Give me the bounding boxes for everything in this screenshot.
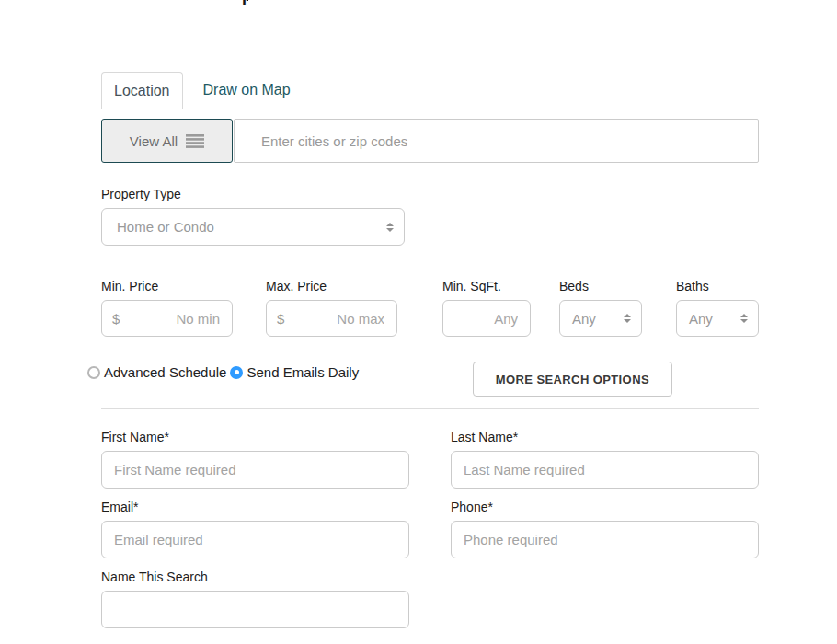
baths-value: Any — [689, 311, 713, 327]
filter-row: Min. Price $ Max. Price $ Min. SqFt. Bed… — [101, 280, 759, 337]
email-schedule-radio-group: Advanced Schedule Send Emails Daily — [87, 364, 359, 380]
max-price-input[interactable] — [266, 300, 397, 337]
email-input[interactable] — [101, 521, 409, 558]
name-search-row: Name This Search — [101, 570, 759, 628]
name-this-search-field: Name This Search — [101, 570, 409, 628]
phone-field: Phone* — [451, 500, 759, 558]
name-this-search-label: Name This Search — [101, 570, 409, 584]
tab-bar: Location Draw on Map — [101, 72, 759, 109]
property-type-value: Home or Condo — [117, 219, 214, 235]
max-price-label: Max. Price — [266, 280, 397, 293]
last-name-input[interactable] — [451, 451, 759, 489]
radio-send-emails-daily[interactable]: Send Emails Daily — [230, 364, 359, 380]
baths-field: Baths Any — [676, 280, 759, 337]
last-name-label: Last Name* — [451, 431, 759, 444]
select-caret-icon — [386, 223, 394, 232]
min-sqft-field: Min. SqFt. — [442, 280, 531, 337]
first-name-label: First Name* — [101, 431, 409, 444]
hamburger-list-icon — [186, 134, 204, 148]
name-this-search-input[interactable] — [101, 591, 409, 628]
options-row: Advanced Schedule Send Emails Daily MORE… — [101, 362, 759, 397]
beds-label: Beds — [559, 280, 642, 293]
location-search-group: View All — [101, 119, 759, 163]
more-search-options-button[interactable]: MORE SEARCH OPTIONS — [473, 362, 672, 397]
radio-button-icon[interactable] — [87, 366, 100, 379]
max-price-field: Max. Price $ — [266, 280, 397, 337]
name-row: First Name* Last Name* — [101, 431, 759, 489]
min-sqft-input[interactable] — [442, 300, 531, 337]
dollar-sign-prefix: $ — [277, 311, 284, 327]
section-divider — [101, 408, 759, 409]
view-all-button[interactable]: View All — [101, 119, 233, 163]
beds-value: Any — [572, 311, 596, 327]
baths-label: Baths — [676, 280, 759, 293]
baths-select[interactable]: Any — [676, 300, 759, 337]
email-field: Email* — [101, 500, 409, 558]
min-price-field: Min. Price $ — [101, 280, 233, 337]
radio-label[interactable]: Advanced Schedule — [104, 364, 226, 380]
min-price-input[interactable] — [101, 300, 233, 337]
clipped-text-fragment: p — [242, 0, 248, 5]
beds-select[interactable]: Any — [559, 300, 642, 337]
min-price-label: Min. Price — [101, 280, 233, 293]
email-label: Email* — [101, 500, 409, 514]
radio-advanced-schedule[interactable]: Advanced Schedule — [87, 364, 226, 380]
radio-button-icon[interactable] — [230, 366, 243, 379]
view-all-label: View All — [130, 133, 178, 149]
property-type-select[interactable]: Home or Condo — [101, 208, 405, 246]
dollar-sign-prefix: $ — [112, 311, 120, 327]
property-type-block: Property Type Home or Condo — [101, 188, 759, 246]
radio-label[interactable]: Send Emails Daily — [247, 364, 359, 380]
search-widget: Location Draw on Map View All Property T… — [101, 72, 759, 628]
last-name-field: Last Name* — [451, 431, 759, 489]
min-sqft-label: Min. SqFt. — [442, 280, 531, 293]
select-caret-icon — [740, 314, 748, 323]
cities-zip-input[interactable] — [234, 119, 759, 163]
beds-field: Beds Any — [559, 280, 642, 337]
phone-input[interactable] — [451, 521, 759, 558]
tab-location[interactable]: Location — [101, 72, 183, 109]
select-caret-icon — [624, 314, 631, 323]
page: { "page": { "clipped_text_fragment": "p"… — [0, 0, 837, 644]
tab-draw-on-map[interactable]: Draw on Map — [201, 72, 292, 109]
first-name-field: First Name* — [101, 431, 409, 489]
property-type-label: Property Type — [101, 188, 759, 201]
email-phone-row: Email* Phone* — [101, 500, 759, 558]
phone-label: Phone* — [451, 500, 759, 514]
first-name-input[interactable] — [101, 451, 409, 489]
